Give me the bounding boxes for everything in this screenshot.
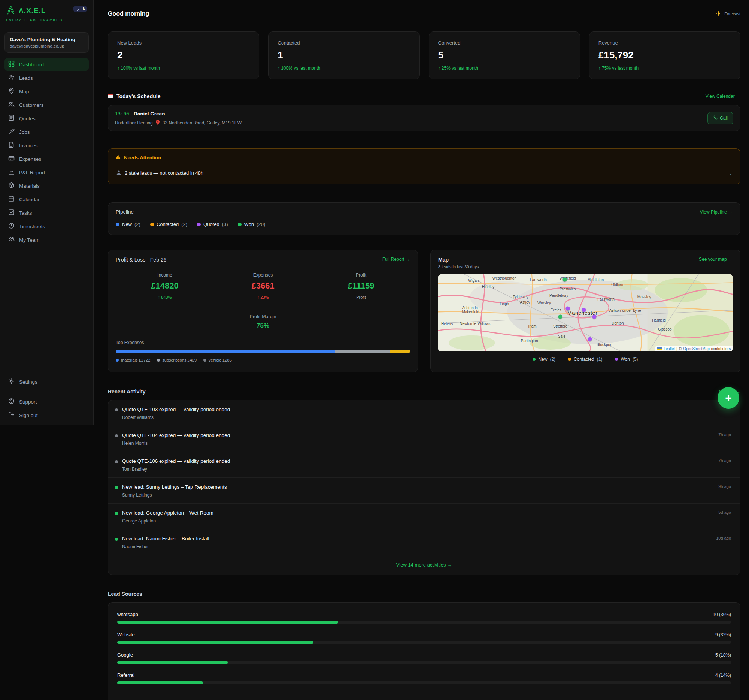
activity-dot bbox=[115, 460, 118, 463]
top-expenses-bar bbox=[116, 350, 410, 353]
call-button[interactable]: Call bbox=[708, 112, 733, 124]
pipeline-stage-contacted: Contacted(2) bbox=[150, 222, 187, 227]
file-text-icon bbox=[8, 142, 15, 149]
activity-row[interactable]: Quote QTE-104 expired — validity period … bbox=[108, 426, 740, 452]
sidebar-item-quotes[interactable]: Quotes bbox=[5, 112, 89, 125]
sidebar-item-pnl-report[interactable]: P&L Report bbox=[5, 166, 89, 179]
income-trend: ↑ 843% bbox=[116, 295, 214, 299]
activity-dot bbox=[115, 486, 118, 489]
brand-name: Λ.X.E.L bbox=[19, 7, 46, 15]
map-marker-won[interactable] bbox=[592, 315, 596, 319]
sidebar-item-label: Tasks bbox=[19, 210, 32, 216]
sidebar-item-label: Invoices bbox=[19, 143, 38, 149]
map-panel: Map 8 leads in last 30 days See your map… bbox=[430, 250, 740, 372]
source-bar-track bbox=[117, 641, 731, 644]
attention-title: Needs Attention bbox=[124, 155, 161, 160]
activity-dot bbox=[115, 512, 118, 515]
sidebar-item-timesheets[interactable]: Timesheets bbox=[5, 220, 89, 233]
sidebar-item-map[interactable]: Map bbox=[5, 85, 89, 98]
sidebar-item-sign-out[interactable]: Sign out bbox=[5, 409, 89, 421]
leaflet-link[interactable]: Leaflet bbox=[663, 347, 675, 351]
sidebar-item-tasks[interactable]: Tasks bbox=[5, 207, 89, 219]
full-report-link[interactable]: Full Report → bbox=[382, 257, 410, 262]
pnl-income: Income £14820 ↑ 843% bbox=[116, 273, 214, 299]
sidebar-item-label: Dashboard bbox=[19, 62, 44, 67]
brand-tagline: EVERY LEAD. TRACKED. bbox=[6, 18, 87, 22]
top-expenses-label: Top Expenses bbox=[116, 340, 410, 345]
activity-row[interactable]: Quote QTE-103 expired — validity period … bbox=[108, 400, 740, 426]
map-marker-won[interactable] bbox=[582, 308, 586, 312]
map-legend-new: New(2) bbox=[532, 357, 555, 362]
view-calendar-link[interactable]: View Calendar → bbox=[706, 94, 740, 99]
person-silhouette-icon bbox=[116, 170, 121, 176]
sidebar-item-settings[interactable]: Settings bbox=[5, 375, 89, 388]
profit-loss-panel: Profit & Loss · Feb 26 Full Report → Inc… bbox=[108, 250, 418, 372]
map-place-label: Denton bbox=[611, 321, 624, 325]
pnl-title: Profit & Loss · Feb 26 bbox=[116, 257, 166, 263]
map-marker-new[interactable] bbox=[563, 278, 567, 282]
sidebar-item-label: Jobs bbox=[19, 129, 30, 135]
theme-toggle[interactable] bbox=[73, 6, 87, 12]
pipeline-panel: Pipeline View Pipeline → New(2) Contacte… bbox=[108, 202, 740, 235]
map-place-label: Newton-le-Willows bbox=[460, 322, 490, 326]
warning-icon bbox=[115, 155, 121, 161]
lead-source-row-referral: Referral4 (14%) bbox=[117, 672, 731, 684]
map-title: Map bbox=[438, 257, 479, 263]
stale-leads-row[interactable]: 2 stale leads — not contacted in 48h → bbox=[115, 167, 733, 178]
sidebar-item-materials[interactable]: Materials bbox=[5, 179, 89, 192]
calendar-emoji-icon bbox=[108, 93, 113, 100]
map-place-label: Prestwich bbox=[559, 287, 576, 291]
sidebar-item-expenses[interactable]: Expenses bbox=[5, 153, 89, 165]
leaflet-map[interactable]: Wigan Westhoughton Farnworth Whitefield … bbox=[438, 274, 732, 351]
sidebar-item-label: My Team bbox=[19, 237, 40, 243]
sun-icon bbox=[716, 11, 721, 17]
view-pipeline-link[interactable]: View Pipeline → bbox=[700, 210, 732, 215]
hammer-icon bbox=[8, 128, 15, 136]
map-marker-won[interactable] bbox=[566, 306, 570, 310]
activity-row[interactable]: New lead: George Appleton – Wet RoomGeor… bbox=[108, 504, 740, 530]
sidebar-item-label: Leads bbox=[19, 75, 33, 81]
subscriptions-bar-segment bbox=[335, 350, 391, 353]
sidebar-item-my-team[interactable]: My Team bbox=[5, 233, 89, 246]
map-marker-won[interactable] bbox=[588, 337, 592, 342]
forecast-button[interactable]: Forecast bbox=[716, 11, 740, 17]
map-place-label: Irlam bbox=[528, 324, 536, 328]
sidebar: Λ.X.E.L EVERY LEAD. TRACKED. Dave's Plum… bbox=[0, 0, 93, 425]
account-card: Dave's Plumbing & Heating dave@davesplum… bbox=[5, 32, 89, 53]
activity-row[interactable]: Quote QTE-106 expired — validity period … bbox=[108, 452, 740, 478]
account-email: dave@davesplumbing.co.uk bbox=[10, 44, 84, 48]
schedule-appointment-row[interactable]: 13:00 Daniel Green Underfloor Heating 33… bbox=[108, 105, 740, 131]
pnl-profit: Profit £11159 Profit bbox=[312, 273, 410, 299]
sidebar-item-leads[interactable]: Leads bbox=[5, 72, 89, 84]
stat-cards: New Leads 2 ↑ 100% vs last month Contact… bbox=[108, 32, 740, 80]
profit-margin-block: Profit Margin 75% bbox=[116, 314, 410, 329]
map-marker-new[interactable] bbox=[558, 315, 563, 319]
map-legend-won: Won(5) bbox=[615, 357, 638, 362]
ukraine-flag-icon bbox=[657, 347, 662, 350]
sidebar-item-customers[interactable]: Customers bbox=[5, 98, 89, 111]
map-place-label: Hindley bbox=[482, 285, 494, 288]
sidebar-item-support[interactable]: Support bbox=[5, 395, 89, 408]
sidebar-item-invoices[interactable]: Invoices bbox=[5, 139, 89, 152]
stat-trend: ↑ 75% vs last month bbox=[598, 66, 731, 71]
log-out-icon bbox=[8, 412, 15, 419]
view-more-activities-link[interactable]: View 14 more activities → bbox=[396, 562, 452, 568]
activity-row[interactable]: New lead: Naomi Fisher – Boiler InstallN… bbox=[108, 530, 740, 555]
sidebar-item-dashboard[interactable]: Dashboard bbox=[5, 58, 89, 71]
sidebar-item-label: Map bbox=[19, 89, 29, 95]
income-value: £14820 bbox=[116, 281, 214, 291]
materials-legend: materials £2722 bbox=[116, 358, 150, 362]
map-place-label: Farnworth bbox=[530, 278, 547, 282]
sidebar-item-calendar[interactable]: Calendar bbox=[5, 193, 89, 206]
add-button[interactable]: + bbox=[718, 387, 739, 409]
see-your-map-link[interactable]: See your map → bbox=[699, 257, 732, 262]
activity-row[interactable]: New lead: Sunny Lettings – Tap Replaceme… bbox=[108, 478, 740, 504]
map-place-label: Tyldesley bbox=[513, 294, 529, 299]
forecast-label: Forecast bbox=[724, 12, 740, 16]
gear-icon bbox=[8, 378, 15, 386]
openstreetmap-link[interactable]: OpenStreetMap bbox=[683, 347, 710, 351]
stat-value: 5 bbox=[438, 49, 571, 61]
arrow-right-icon[interactable]: → bbox=[727, 170, 732, 176]
sidebar-item-label: Timesheets bbox=[19, 224, 45, 229]
sidebar-item-jobs[interactable]: Jobs bbox=[5, 126, 89, 138]
